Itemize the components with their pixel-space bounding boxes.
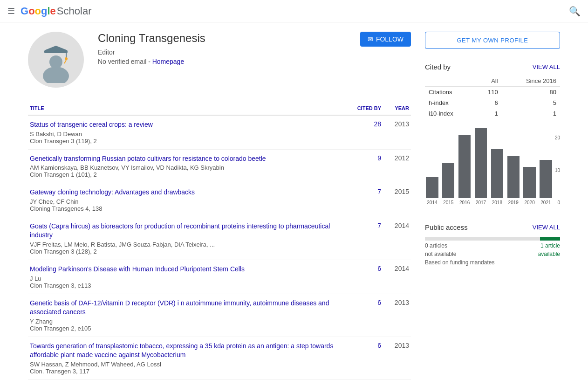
- paper-authors: VJF Freitas, LM Melo, R Batista, JMG Sou…: [30, 241, 344, 248]
- table-row: Genetically transforming Russian potato …: [28, 149, 411, 183]
- stat-label: h-index: [425, 97, 474, 108]
- public-access-title: Public access: [425, 223, 468, 231]
- right-section: GET MY OWN PROFILE Cited by VIEW ALL All…: [425, 32, 560, 380]
- bar-chart-container: 20142015201620172018201920202021 20 10 0: [425, 128, 560, 212]
- main-container: Cloning Transgenesis Editor No verified …: [0, 22, 588, 386]
- paper-title-link[interactable]: Status of transgenic cereal crops: a rev…: [30, 121, 153, 128]
- stat-all: 6: [474, 97, 501, 108]
- hamburger-menu-icon[interactable]: ☰: [7, 6, 15, 16]
- paper-cited-by-cell: 6: [346, 294, 383, 337]
- profile-header: Cloning Transgenesis Editor No verified …: [28, 32, 411, 88]
- y-axis-mid: 10: [555, 168, 560, 173]
- paper-cited-by-cell: 28: [346, 115, 383, 149]
- paper-year-cell: 2014: [383, 260, 411, 294]
- stats-table: All Since 2016 Citations 110 80 h-index …: [425, 76, 560, 119]
- paper-title-cell: Genetic basis of DAF-12/vitamin D recept…: [28, 294, 346, 337]
- access-status-labels: not available available: [425, 251, 560, 257]
- paper-cited-by-cell: 7: [346, 183, 383, 217]
- bar-year-label: 2017: [474, 200, 488, 205]
- google-g2: g: [41, 5, 47, 17]
- public-access-section: Public access VIEW ALL 0 articles 1 arti…: [425, 223, 560, 266]
- based-on-text: Based on funding mandates: [425, 259, 560, 266]
- not-available-label: not available: [425, 251, 456, 257]
- paper-title-cell: Goats (Capra hircus) as bioreactors for …: [28, 217, 346, 260]
- paper-title-link[interactable]: Towards generation of transplastomic tob…: [30, 342, 333, 359]
- table-row: Gateway cloning technology: Advantages a…: [28, 183, 411, 217]
- bar-year-label: 2021: [539, 200, 553, 205]
- bar-wrapper: [490, 128, 504, 198]
- left-section: Cloning Transgenesis Editor No verified …: [28, 32, 411, 380]
- paper-cited-by-cell: 6: [346, 260, 383, 294]
- paper-title-link[interactable]: Gateway cloning technology: Advantages a…: [30, 188, 195, 196]
- bar-year-label: 2014: [425, 200, 439, 205]
- profile-name: Cloning Transgenesis: [98, 32, 346, 45]
- bar: [507, 156, 520, 198]
- paper-journal: Clon Transgen 2, e105: [30, 325, 344, 332]
- cited-by-view-all[interactable]: VIEW ALL: [533, 63, 560, 70]
- stat-all: 1: [474, 108, 501, 119]
- access-bar-green: [540, 237, 561, 241]
- paper-cited-by-cell: 6: [346, 337, 383, 379]
- svg-point-3: [65, 57, 68, 60]
- bar-chart: [425, 128, 553, 198]
- cited-by-link[interactable]: 7: [377, 188, 381, 195]
- svg-point-5: [49, 55, 62, 69]
- profile-info: Cloning Transgenesis Editor No verified …: [98, 32, 346, 65]
- scholar-label: Scholar: [57, 5, 92, 17]
- bar: [426, 177, 438, 198]
- paper-journal: Clon Transgen 3 (119), 2: [30, 138, 344, 145]
- public-access-view-all[interactable]: VIEW ALL: [533, 224, 560, 231]
- cited-by-link[interactable]: 9: [377, 154, 381, 162]
- follow-button[interactable]: ✉ FOLLOW: [360, 32, 411, 47]
- paper-title-cell: Towards generation of transplastomic tob…: [28, 337, 346, 379]
- bar-wrapper: [522, 128, 537, 198]
- access-bar-gray: [425, 237, 540, 241]
- paper-title-cell: Gateway cloning technology: Advantages a…: [28, 183, 346, 217]
- paper-title-link[interactable]: Modeling Parkinson's Disease with Human …: [30, 265, 245, 273]
- bar-year-label: 2016: [458, 200, 472, 205]
- paper-authors: Y Zhang: [30, 318, 344, 325]
- paper-title-link[interactable]: Genetic basis of DAF-12/vitamin D recept…: [30, 299, 329, 316]
- cited-by-header: Cited by VIEW ALL: [425, 63, 560, 71]
- available-count: 1 article: [540, 242, 560, 249]
- paper-year-cell: 2015: [383, 183, 411, 217]
- paper-title-link[interactable]: Goats (Capra hircus) as bioreactors for …: [30, 222, 330, 239]
- get-my-own-profile-button[interactable]: GET MY OWN PROFILE: [425, 32, 560, 49]
- stat-since: 1: [502, 108, 560, 119]
- paper-authors: J Lu: [30, 275, 344, 282]
- bar: [458, 135, 471, 198]
- google-e: e: [50, 5, 56, 17]
- paper-title-cell: Modeling Parkinson's Disease with Human …: [28, 260, 346, 294]
- cited-by-link[interactable]: 7: [377, 222, 381, 229]
- bar-wrapper: [474, 128, 488, 198]
- bar-wrapper: [539, 128, 553, 198]
- bar-wrapper: [425, 128, 439, 198]
- bar-year-label: 2019: [506, 200, 520, 205]
- y-axis-max: 20: [555, 135, 560, 140]
- cited-by-link[interactable]: 6: [377, 299, 381, 306]
- cited-by-section: Cited by VIEW ALL All Since 2016 Citatio…: [425, 63, 560, 212]
- paper-year-cell: 2013: [383, 294, 411, 337]
- table-row: Status of transgenic cereal crops: a rev…: [28, 115, 411, 149]
- bar-wrapper: [506, 128, 520, 198]
- cited-by-link[interactable]: 28: [374, 120, 381, 128]
- stat-all: 110: [474, 87, 501, 98]
- available-label: available: [538, 251, 560, 257]
- bar-year-label: 2018: [490, 200, 504, 205]
- paper-authors: AM Kamionskaya, BB Kuznetsov, VY Ismailo…: [30, 164, 344, 171]
- stat-since: 80: [502, 87, 560, 98]
- svg-point-6: [43, 67, 69, 83]
- paper-year-cell: 2014: [383, 217, 411, 260]
- cited-by-link[interactable]: 6: [377, 265, 381, 272]
- paper-year-cell: 2012: [383, 149, 411, 183]
- paper-journal: Clon Transgen 3, e113: [30, 282, 344, 289]
- cited-by-column-header: CITED BY: [346, 102, 383, 115]
- paper-journal: Clon Transgen 3 (128), 2: [30, 248, 344, 255]
- paper-authors: S Bakshi, D Dewan: [30, 131, 344, 138]
- google-scholar-logo: Google Scholar: [21, 5, 91, 17]
- stats-row: h-index 6 5: [425, 97, 560, 108]
- cited-by-link[interactable]: 6: [377, 342, 381, 349]
- homepage-link[interactable]: Homepage: [152, 58, 185, 65]
- paper-title-link[interactable]: Genetically transforming Russian potato …: [30, 155, 266, 162]
- search-icon[interactable]: 🔍: [569, 6, 581, 17]
